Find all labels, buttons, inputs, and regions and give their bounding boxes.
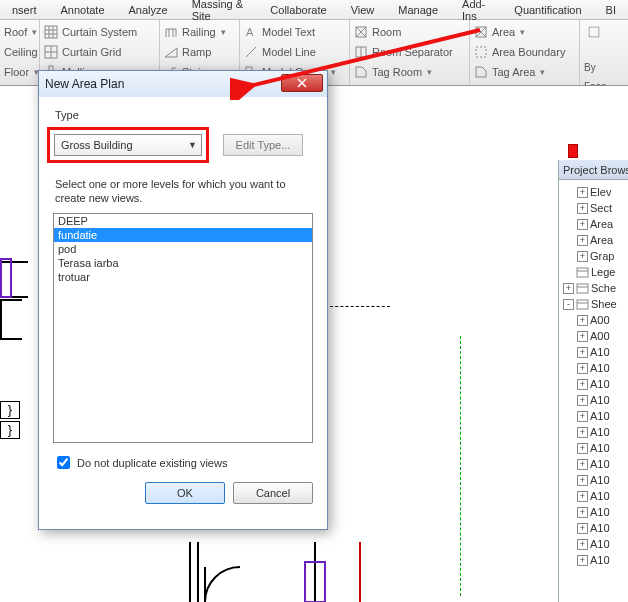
area-button[interactable]: Area▾ <box>474 25 525 39</box>
tab-view[interactable]: View <box>339 4 387 16</box>
dialog-titlebar[interactable]: New Area Plan <box>39 71 327 97</box>
browser-item[interactable]: +A10 <box>559 536 628 552</box>
tree-toggle[interactable]: + <box>577 507 588 518</box>
model-text-button[interactable]: AModel Text <box>244 25 315 39</box>
browser-item[interactable]: +Grap <box>559 248 628 264</box>
tab-manage[interactable]: Manage <box>386 4 450 16</box>
tab-annotate[interactable]: Annotate <box>48 4 116 16</box>
browser-item[interactable]: +A10 <box>559 344 628 360</box>
project-browser-title[interactable]: Project Brows <box>559 160 628 180</box>
area-boundary-button[interactable]: Area Boundary <box>474 45 565 59</box>
duplicate-checkbox-row[interactable]: Do not duplicate existing views <box>53 453 313 472</box>
cancel-button[interactable]: Cancel <box>233 482 313 504</box>
browser-item[interactable]: +Area <box>559 232 628 248</box>
svg-rect-0 <box>45 26 57 38</box>
browser-item[interactable]: +A10 <box>559 440 628 456</box>
tree-toggle[interactable]: + <box>577 491 588 502</box>
tree-toggle[interactable]: + <box>577 443 588 454</box>
dialog-close-button[interactable] <box>281 74 323 92</box>
tab-addins[interactable]: Add-Ins <box>450 0 502 22</box>
by-face-button[interactable] <box>584 22 604 62</box>
tree-toggle[interactable]: + <box>577 555 588 566</box>
model-line-button[interactable]: Model Line <box>244 45 316 59</box>
tree-toggle[interactable]: - <box>563 299 574 310</box>
dialog-info-text: Select one or more levels for which you … <box>55 177 311 205</box>
chevron-down-icon: ▼ <box>188 140 197 150</box>
tree-toggle[interactable]: + <box>577 219 588 230</box>
tree-toggle[interactable]: + <box>577 523 588 534</box>
svg-rect-33 <box>577 284 588 293</box>
browser-item-label: A00 <box>590 314 610 326</box>
tree-toggle[interactable]: + <box>577 379 588 390</box>
browser-item[interactable]: +Area <box>559 216 628 232</box>
tree-toggle[interactable]: + <box>577 475 588 486</box>
browser-item[interactable]: -Shee <box>559 296 628 312</box>
browser-item[interactable]: +A10 <box>559 520 628 536</box>
browser-item[interactable]: +A10 <box>559 408 628 424</box>
level-item[interactable]: trotuar <box>54 270 312 284</box>
browser-item[interactable]: +A00 <box>559 328 628 344</box>
level-list[interactable]: DEEPfundatiepodTerasa iarbatrotuar <box>53 213 313 443</box>
browser-item[interactable]: Lege <box>559 264 628 280</box>
tab-analyze[interactable]: Analyze <box>117 4 180 16</box>
curtain-system-button[interactable]: Curtain System <box>44 25 137 39</box>
browser-item-label: A10 <box>590 394 610 406</box>
browser-item[interactable]: +A10 <box>559 424 628 440</box>
tree-toggle[interactable]: + <box>577 539 588 550</box>
roof-button[interactable]: Roof▾ <box>4 26 37 38</box>
by-label: By <box>584 62 596 73</box>
browser-item[interactable]: +A10 <box>559 376 628 392</box>
tree-toggle[interactable]: + <box>577 363 588 374</box>
type-combobox[interactable]: Gross Building ▼ <box>54 134 202 156</box>
floor-button[interactable]: Floor▾ <box>4 66 39 78</box>
tree-toggle[interactable]: + <box>577 395 588 406</box>
edit-type-button[interactable]: Edit Type... <box>223 134 303 156</box>
tab-bi[interactable]: BI <box>594 4 628 16</box>
tree-toggle[interactable]: + <box>577 427 588 438</box>
ramp-button[interactable]: Ramp <box>164 45 211 59</box>
browser-item-label: A10 <box>590 378 610 390</box>
tab-massing[interactable]: Massing & Site <box>180 0 259 22</box>
room-button[interactable]: Room <box>354 25 401 39</box>
room-separator-button[interactable]: Room Separator <box>354 45 453 59</box>
browser-item[interactable]: +A10 <box>559 360 628 376</box>
svg-line-12 <box>246 47 256 57</box>
browser-item[interactable]: +A10 <box>559 472 628 488</box>
tree-toggle[interactable]: + <box>577 251 588 262</box>
ceiling-button[interactable]: Ceiling <box>4 46 38 58</box>
browser-item[interactable]: +Sect <box>559 200 628 216</box>
tree-toggle[interactable]: + <box>577 411 588 422</box>
duplicate-checkbox[interactable] <box>57 456 70 469</box>
tree-toggle[interactable]: + <box>563 283 574 294</box>
browser-item-label: A10 <box>590 538 610 550</box>
tree-toggle[interactable]: + <box>577 235 588 246</box>
browser-item[interactable]: +A10 <box>559 504 628 520</box>
tree-toggle[interactable]: + <box>577 203 588 214</box>
railing-button[interactable]: Railing▾ <box>164 25 226 39</box>
browser-item[interactable]: +A00 <box>559 312 628 328</box>
svg-rect-23 <box>476 47 486 57</box>
tab-quantification[interactable]: Quantification <box>502 4 593 16</box>
level-item[interactable]: fundatie <box>54 228 312 242</box>
tag-room-button[interactable]: Tag Room▾ <box>354 65 432 79</box>
tree-toggle[interactable]: + <box>577 347 588 358</box>
browser-item[interactable]: +A10 <box>559 552 628 568</box>
tag-area-button[interactable]: Tag Area▾ <box>474 65 545 79</box>
browser-item[interactable]: +A10 <box>559 392 628 408</box>
level-item[interactable]: Terasa iarba <box>54 256 312 270</box>
tree-toggle[interactable]: + <box>577 459 588 470</box>
ok-button[interactable]: OK <box>145 482 225 504</box>
tree-toggle[interactable]: + <box>577 331 588 342</box>
tree-toggle[interactable]: + <box>577 187 588 198</box>
browser-item[interactable]: +Elev <box>559 184 628 200</box>
browser-item[interactable]: +A10 <box>559 456 628 472</box>
tab-collaborate[interactable]: Collaborate <box>258 4 338 16</box>
level-item[interactable]: DEEP <box>54 214 312 228</box>
curtain-grid-button[interactable]: Curtain Grid <box>44 45 121 59</box>
tree-toggle[interactable]: + <box>577 315 588 326</box>
tab-insert[interactable]: nsert <box>0 4 48 16</box>
browser-item[interactable]: +Sche <box>559 280 628 296</box>
level-item[interactable]: pod <box>54 242 312 256</box>
browser-item[interactable]: +A10 <box>559 488 628 504</box>
decorative-brace: } <box>0 401 20 419</box>
